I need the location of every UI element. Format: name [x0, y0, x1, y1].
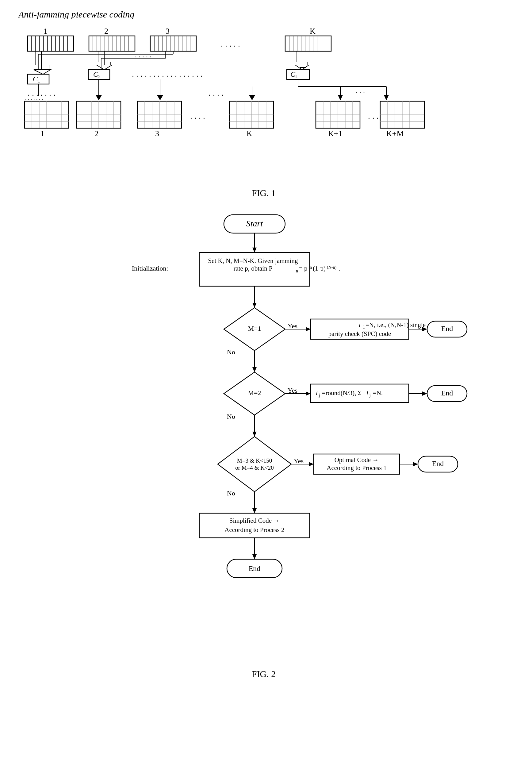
svg-text:=N, i.e., (N,N-1) single: =N, i.e., (N,N-1) single: [366, 321, 426, 328]
svg-text:j: j: [369, 393, 371, 398]
svg-text:.: .: [339, 265, 340, 272]
svg-text:l: l: [316, 389, 318, 397]
svg-marker-165: [252, 247, 257, 252]
svg-rect-224: [418, 456, 458, 472]
svg-text:j: j: [319, 393, 320, 398]
svg-marker-228: [252, 508, 257, 513]
svg-marker-198: [306, 392, 311, 396]
svg-text:No: No: [227, 413, 235, 420]
svg-text:2: 2: [98, 74, 101, 79]
svg-text:n: n: [310, 265, 312, 270]
svg-marker-176: [252, 303, 257, 308]
fig1-diagram: 1 2 3 K: [18, 25, 503, 178]
svg-text:M=3 & K<150: M=3 & K<150: [237, 458, 272, 464]
svg-text:1: 1: [44, 27, 48, 36]
svg-text:3: 3: [166, 27, 170, 36]
svg-text:According to Process 2: According to Process 2: [224, 526, 284, 534]
initialization-label: Initialization:: [132, 264, 168, 272]
svg-text:. . . . .: . . . . .: [135, 51, 151, 59]
svg-text:Start: Start: [246, 219, 263, 228]
svg-rect-166: [199, 252, 310, 286]
svg-text:K+M: K+M: [386, 129, 404, 138]
svg-text:According to Process 1: According to Process 1: [327, 464, 386, 472]
svg-marker-87: [157, 95, 163, 100]
svg-marker-212: [252, 432, 257, 437]
svg-marker-96: [338, 95, 343, 100]
svg-text:2: 2: [94, 129, 98, 138]
svg-text:= p: = p: [299, 265, 308, 272]
svg-marker-223: [413, 462, 418, 466]
svg-text:K: K: [310, 27, 316, 36]
svg-text:rate p, obtain P: rate p, obtain P: [233, 265, 272, 272]
svg-marker-213: [218, 437, 291, 492]
svg-text:. . . . . . . . . . . . . . . : . . . . . . . . . . . . . . . . .: [132, 69, 203, 78]
svg-text:. . . .: . . . .: [209, 88, 224, 98]
svg-rect-72: [287, 70, 309, 79]
svg-rect-199: [311, 384, 409, 403]
svg-rect-219: [314, 454, 400, 474]
svg-marker-188: [422, 327, 427, 331]
svg-text:Optimal Code →: Optimal Code →: [335, 456, 379, 464]
svg-text:C: C: [93, 70, 98, 78]
svg-text:=N.: =N.: [373, 389, 383, 397]
svg-text:parity check (SPC) code: parity check (SPC) code: [328, 330, 391, 337]
svg-marker-193: [252, 367, 257, 372]
svg-text:End: End: [432, 460, 444, 468]
svg-text:. . .: . . .: [368, 111, 379, 121]
svg-rect-229: [199, 513, 310, 538]
svg-marker-218: [309, 462, 314, 466]
svg-text:l: l: [366, 389, 368, 397]
svg-text:3: 3: [155, 129, 159, 138]
svg-marker-207: [422, 392, 427, 396]
svg-rect-26: [150, 36, 196, 51]
svg-marker-194: [224, 372, 285, 415]
svg-rect-62: [88, 70, 110, 79]
svg-text:M=1: M=1: [248, 324, 261, 332]
svg-marker-90: [249, 95, 255, 100]
svg-text:K: K: [247, 129, 252, 138]
svg-text:Set K, N, M=N-K. Given jamming: Set K, N, M=N-K. Given jamming: [208, 257, 298, 264]
svg-rect-182: [311, 319, 409, 339]
svg-text:. . . . .: . . . . .: [221, 39, 240, 48]
svg-text:End: End: [441, 389, 453, 397]
flowchart: Initialization: Start Set K, N, M=N-K. G…: [126, 209, 402, 699]
svg-marker-233: [252, 554, 257, 559]
fig2-section: Initialization: Start Set K, N, M=N-K. G…: [18, 209, 509, 679]
svg-text:or M=4 & K<20: or M=4 & K<20: [235, 465, 274, 471]
svg-text:C: C: [33, 75, 38, 83]
svg-text:l: l: [359, 321, 361, 328]
svg-text:Simplified Code →: Simplified Code →: [229, 517, 280, 524]
svg-rect-130: [229, 101, 274, 128]
svg-rect-109: [77, 101, 121, 128]
svg-rect-162: [224, 215, 285, 233]
svg-text:Yes: Yes: [288, 322, 297, 330]
svg-text:. . . .: . . . .: [190, 111, 205, 121]
svg-rect-54: [28, 74, 49, 84]
svg-text:. . . . . . .: . . . . . . .: [28, 88, 55, 98]
svg-text:End: End: [441, 324, 453, 332]
svg-marker-53: [34, 70, 51, 74]
fig1-section: Anti-jamming piecewise coding 1 2 3 K: [18, 9, 509, 198]
svg-marker-61: [97, 65, 112, 70]
svg-text:Yes: Yes: [288, 387, 297, 394]
svg-rect-15: [89, 36, 135, 51]
svg-text:n: n: [296, 269, 298, 273]
svg-text:. . .: . . .: [356, 86, 365, 94]
svg-rect-4: [28, 36, 74, 51]
svg-text:2: 2: [104, 27, 108, 36]
svg-text:M=2: M=2: [248, 389, 261, 397]
svg-text:(N-n): (N-n): [327, 265, 336, 270]
svg-marker-181: [306, 327, 311, 331]
svg-rect-208: [427, 386, 467, 402]
svg-text:(1-p): (1-p): [313, 265, 326, 272]
svg-text:C: C: [290, 70, 296, 78]
svg-text:Yes: Yes: [294, 457, 304, 465]
svg-text:K+1: K+1: [328, 129, 342, 138]
svg-text:1: 1: [38, 78, 40, 84]
svg-marker-177: [224, 308, 285, 350]
svg-text:No: No: [227, 489, 235, 497]
svg-rect-151: [380, 101, 424, 128]
svg-marker-85: [96, 95, 102, 100]
svg-rect-234: [227, 559, 282, 578]
svg-text:=round(N/3), Σ: =round(N/3), Σ: [322, 389, 362, 397]
